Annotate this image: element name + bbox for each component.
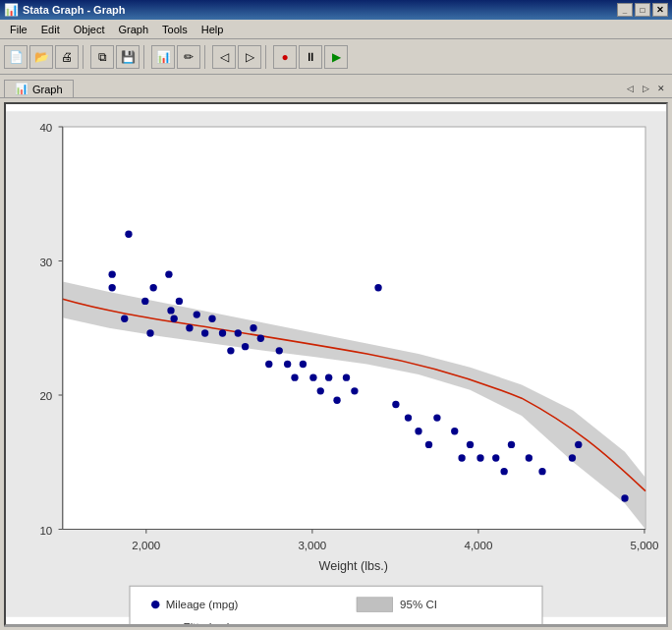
scatter-point [333, 397, 340, 404]
chart-svg-area: 40 30 20 10 2,000 3,000 4,000 5,000 [6, 104, 666, 624]
y-tick-30: 30 [39, 257, 52, 268]
separator-3 [204, 45, 208, 69]
scatter-point [425, 441, 432, 448]
scatter-point [458, 454, 465, 461]
record-button[interactable]: ● [273, 45, 297, 69]
scatter-point [146, 329, 153, 336]
tab-nav-next[interactable]: ▷ [639, 82, 652, 95]
scatter-point [201, 329, 208, 336]
scatter-point [405, 414, 412, 421]
title-bar-left: 📊 Stata Graph - Graph [4, 3, 126, 17]
scatter-point [149, 284, 156, 291]
forward-button[interactable]: ▷ [238, 45, 261, 69]
graph-tab[interactable]: 📊 Graph [4, 80, 74, 97]
open-button[interactable]: 📂 [29, 45, 53, 69]
scatter-point [374, 284, 381, 291]
scatter-point [526, 454, 532, 461]
legend-mileage-label: Mileage (mpg) [166, 599, 239, 610]
scatter-point [392, 401, 399, 408]
save-button[interactable]: 💾 [116, 45, 140, 69]
y-tick-10: 10 [39, 525, 52, 537]
separator-2 [143, 45, 147, 69]
scatter-point [325, 373, 332, 380]
scatter-point [257, 335, 264, 342]
scatter-point [219, 329, 226, 336]
scatter-point [141, 298, 148, 305]
edit-button[interactable]: ✏ [177, 45, 200, 69]
tab-bar: 📊 Graph ◁ ▷ ✕ [0, 75, 672, 98]
scatter-point [227, 347, 234, 354]
scatter-point [265, 361, 272, 368]
separator-4 [265, 45, 269, 69]
legend-ci-label: 95% CI [400, 599, 437, 610]
menu-tools[interactable]: Tools [156, 22, 194, 37]
scatter-point [343, 373, 350, 380]
chart-wrapper: 40 30 20 10 2,000 3,000 4,000 5,000 [4, 102, 668, 626]
scatter-point [415, 428, 421, 434]
scatter-point [121, 315, 128, 322]
menu-bar: File Edit Object Graph Tools Help [0, 20, 672, 39]
tab-close[interactable]: ✕ [654, 82, 668, 95]
scatter-point [165, 270, 172, 277]
legend-fitted-label: Fitted values [184, 621, 249, 624]
scatter-point [575, 441, 582, 448]
copy-button[interactable]: ⧉ [90, 45, 114, 69]
scatter-point [194, 311, 200, 317]
window-title: Stata Graph - Graph [23, 4, 126, 16]
back-button[interactable]: ◁ [212, 45, 236, 69]
chart-svg: 40 30 20 10 2,000 3,000 4,000 5,000 [6, 104, 666, 624]
menu-object[interactable]: Object [68, 22, 111, 37]
scatter-point [476, 454, 483, 461]
menu-file[interactable]: File [4, 22, 33, 37]
menu-graph[interactable]: Graph [113, 22, 155, 37]
print-button[interactable]: 🖨 [55, 45, 79, 69]
scatter-point [167, 307, 174, 314]
legend-dot-icon [151, 601, 159, 608]
main-area: 40 30 20 10 2,000 3,000 4,000 5,000 [0, 98, 672, 630]
toolbar: 📄 📂 🖨 ⧉ 💾 📊 ✏ ◁ ▷ ● ⏸ ▶ [0, 39, 672, 75]
scatter-point [108, 284, 115, 291]
maximize-button[interactable]: □ [635, 3, 650, 17]
legend-ci-box [357, 598, 393, 612]
scatter-point [108, 270, 115, 277]
pause-button[interactable]: ⏸ [299, 45, 322, 69]
scatter-point [235, 329, 242, 336]
y-tick-20: 20 [39, 390, 52, 402]
menu-help[interactable]: Help [196, 22, 230, 37]
scatter-point [451, 428, 458, 434]
tab-chart-icon: 📊 [15, 83, 28, 95]
new-button[interactable]: 📄 [4, 45, 28, 69]
x-tick-4000: 4,000 [464, 541, 492, 552]
graph-type-button[interactable]: 📊 [151, 45, 175, 69]
x-tick-3000: 3,000 [298, 541, 326, 552]
scatter-point [621, 494, 628, 501]
scatter-point [500, 468, 507, 475]
scatter-point [242, 343, 249, 350]
title-bar: 📊 Stata Graph - Graph _ □ ✕ [0, 0, 672, 20]
scatter-point [538, 468, 545, 475]
close-button[interactable]: ✕ [652, 3, 668, 17]
scatter-point [276, 347, 283, 354]
scatter-point [467, 441, 474, 448]
scatter-point [186, 324, 193, 331]
scatter-point [284, 361, 291, 368]
scatter-point [433, 414, 440, 421]
title-icon: 📊 [4, 3, 19, 17]
scatter-point [309, 373, 316, 380]
play-button[interactable]: ▶ [324, 45, 348, 69]
tab-label: Graph [32, 84, 63, 95]
scatter-point [317, 387, 324, 394]
minimize-button[interactable]: _ [617, 3, 633, 17]
x-tick-2000: 2,000 [132, 541, 160, 552]
x-axis-label: Weight (lbs.) [319, 560, 388, 574]
scatter-point [176, 298, 183, 305]
x-tick-5000: 5,000 [631, 541, 659, 552]
tab-controls: ◁ ▷ ✕ [623, 82, 668, 97]
tab-nav-prev[interactable]: ◁ [623, 82, 637, 95]
menu-edit[interactable]: Edit [35, 22, 66, 37]
scatter-point [170, 315, 177, 322]
scatter-point [291, 373, 298, 380]
title-bar-controls[interactable]: _ □ ✕ [617, 3, 668, 17]
scatter-point [351, 387, 358, 394]
scatter-point [569, 454, 576, 461]
